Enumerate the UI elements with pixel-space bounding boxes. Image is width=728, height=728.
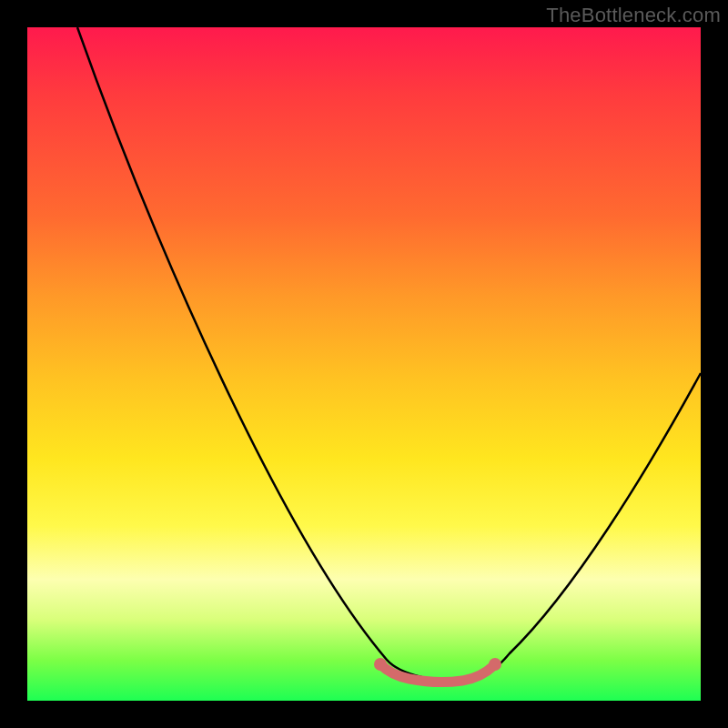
plot-area [27,27,701,701]
bottleneck-curve [77,27,701,681]
flat-min-endpoint-left [374,658,387,671]
bottleneck-curve-svg [27,27,701,701]
chart-frame: TheBottleneck.com [0,0,728,728]
flat-min-endpoint-right [489,658,501,671]
watermark-text: TheBottleneck.com [546,4,721,27]
